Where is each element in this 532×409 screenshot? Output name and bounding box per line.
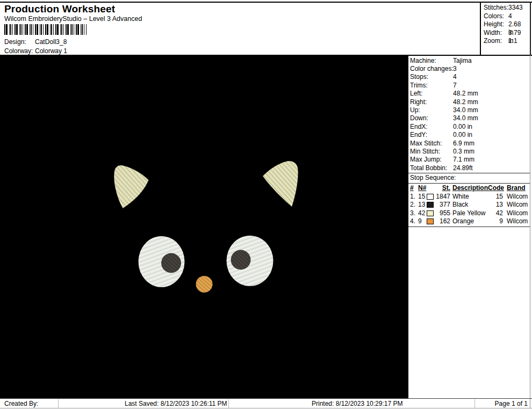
page-right-border bbox=[530, 55, 530, 408]
colorway-label: Colorway: bbox=[4, 47, 35, 55]
stop-sequence-header-row: # N# St. Description Code Brand bbox=[408, 184, 530, 192]
cell-num: 2. bbox=[410, 201, 418, 209]
summary-row: Colors:4 bbox=[484, 12, 528, 20]
cat-left-pupil bbox=[161, 253, 181, 273]
footer-divider bbox=[58, 399, 59, 408]
footer: Created By: Last Saved: 8/12/2023 10:26:… bbox=[0, 399, 532, 408]
printed-label: Printed: 8/12/2023 10:29:17 PM bbox=[312, 400, 402, 407]
design-value: CatDoll3_8 bbox=[35, 38, 67, 46]
machine-info-row: Up:34.0 mm bbox=[410, 106, 528, 114]
info-value: 24.89ft bbox=[453, 164, 473, 172]
cell-description: Black bbox=[452, 201, 489, 209]
cell-description: Orange bbox=[452, 217, 489, 225]
cat-right-ear bbox=[263, 161, 298, 207]
cell-stitches: 162 bbox=[433, 217, 450, 225]
info-value: 3 bbox=[453, 65, 457, 73]
cell-stitches: 1847 bbox=[433, 193, 450, 201]
separator bbox=[408, 173, 530, 173]
summary-value: 4 bbox=[508, 12, 512, 20]
cell-brand: Wilcom bbox=[507, 217, 530, 225]
footer-divider bbox=[475, 399, 475, 408]
cell-description: White bbox=[452, 193, 489, 201]
machine-info-row: EndX:0.00 in bbox=[410, 123, 528, 131]
summary-label: Zoom: bbox=[484, 37, 502, 45]
info-label: Down: bbox=[410, 114, 428, 122]
footer-divider bbox=[228, 399, 229, 408]
machine-info-row: Min Stitch:0.3 mm bbox=[410, 148, 528, 156]
info-value: 34.0 mm bbox=[453, 114, 478, 122]
summary-row: Height:2.68 in bbox=[484, 20, 528, 28]
summary-label: Height: bbox=[484, 20, 504, 28]
summary-label: Width: bbox=[484, 29, 502, 37]
machine-info-row: Max Jump:7.1 mm bbox=[410, 156, 528, 164]
info-value: 48.2 mm bbox=[453, 90, 478, 98]
barcode bbox=[4, 24, 87, 35]
machine-info-panel: Machine:Tajima Color changes:3 Stops:4 T… bbox=[408, 56, 530, 398]
stop-sequence-row: 4. 9 162 Orange 9 Wilcom bbox=[408, 217, 530, 225]
cell-brand: Wilcom bbox=[507, 209, 530, 217]
cat-right-pupil bbox=[231, 250, 251, 270]
design-canvas bbox=[0, 56, 408, 398]
cell-code: 42 bbox=[488, 209, 503, 217]
colorway-row: Colorway:Colorway 1 bbox=[4, 47, 67, 55]
info-value: 6.9 mm bbox=[453, 140, 475, 148]
info-value: 0.00 in bbox=[453, 131, 472, 139]
info-label: Min Stitch: bbox=[410, 148, 440, 156]
cell-code: 13 bbox=[488, 201, 503, 209]
machine-info-row: Trims:7 bbox=[410, 82, 528, 90]
summary-row: Width:3.79 in bbox=[484, 29, 528, 37]
info-label: Up: bbox=[410, 106, 420, 114]
col-header-needle: N# bbox=[418, 184, 428, 192]
col-header-stitches: St. bbox=[433, 184, 450, 192]
summary-label: Colors: bbox=[484, 12, 504, 20]
cell-num: 1. bbox=[410, 193, 418, 201]
info-label: Right: bbox=[410, 98, 427, 106]
stop-sequence-row: 3. 42 955 Pale Yellow 42 Wilcom bbox=[408, 209, 530, 217]
machine-info-row: Right:48.2 mm bbox=[410, 98, 528, 106]
col-header-brand: Brand bbox=[507, 184, 530, 192]
col-header-code: Code bbox=[488, 184, 503, 192]
separator bbox=[408, 227, 530, 227]
info-label: Left: bbox=[410, 90, 422, 98]
app-version-label: Wilcom EmbroideryStudio – Level 3 Advanc… bbox=[4, 15, 142, 23]
info-label: Machine: bbox=[410, 57, 436, 65]
machine-info-row: Color changes:3 bbox=[410, 65, 528, 73]
summary-value: 3343 bbox=[508, 4, 523, 12]
design-label: Design: bbox=[4, 38, 35, 46]
separator bbox=[408, 183, 530, 184]
page-top-rule bbox=[0, 2, 532, 3]
info-value: 0.3 mm bbox=[453, 148, 475, 156]
colorway-value: Colorway 1 bbox=[35, 47, 67, 55]
design-row: Design:CatDoll3_8 bbox=[4, 38, 67, 46]
info-value: 7 bbox=[453, 82, 457, 90]
cell-num: 3. bbox=[410, 209, 418, 217]
page-title: Production Worksheet bbox=[4, 3, 115, 15]
cell-description: Pale Yellow bbox=[452, 209, 489, 217]
summary-box: Stitches:3343 Colors:4 Height:2.68 in Wi… bbox=[480, 2, 530, 55]
cell-brand: Wilcom bbox=[507, 201, 530, 209]
machine-info-row: Max Stitch:6.9 mm bbox=[410, 140, 528, 148]
info-value: 4 bbox=[453, 73, 457, 81]
info-value: 34.0 mm bbox=[453, 106, 478, 114]
last-saved-label: Last Saved: 8/12/2023 10:26:11 PM bbox=[125, 400, 227, 407]
summary-row: Stitches:3343 bbox=[484, 4, 528, 12]
machine-info-row: Left:48.2 mm bbox=[410, 90, 528, 98]
info-value: 7.1 mm bbox=[453, 156, 475, 164]
cell-stitches: 377 bbox=[433, 201, 450, 209]
machine-info-row: Down:34.0 mm bbox=[410, 114, 528, 122]
machine-info-row: Machine:Tajima bbox=[410, 57, 528, 65]
stop-sequence-row: 2. 13 377 Black 13 Wilcom bbox=[408, 201, 530, 209]
machine-info-row: EndY:0.00 in bbox=[410, 131, 528, 139]
cat-face-design bbox=[0, 56, 408, 398]
info-label: Total Bobbin: bbox=[410, 164, 447, 172]
col-header-description: Description bbox=[452, 184, 489, 192]
cell-stitches: 955 bbox=[433, 209, 450, 217]
cell-code: 9 bbox=[488, 217, 503, 225]
info-label: Stops: bbox=[410, 73, 428, 81]
created-by-label: Created By: bbox=[4, 400, 38, 407]
machine-info-row: Stops:4 bbox=[410, 73, 528, 81]
info-label: Color changes: bbox=[410, 65, 454, 73]
info-value: Tajima bbox=[453, 57, 472, 65]
info-value: 48.2 mm bbox=[453, 98, 478, 106]
cell-code: 15 bbox=[488, 193, 503, 201]
